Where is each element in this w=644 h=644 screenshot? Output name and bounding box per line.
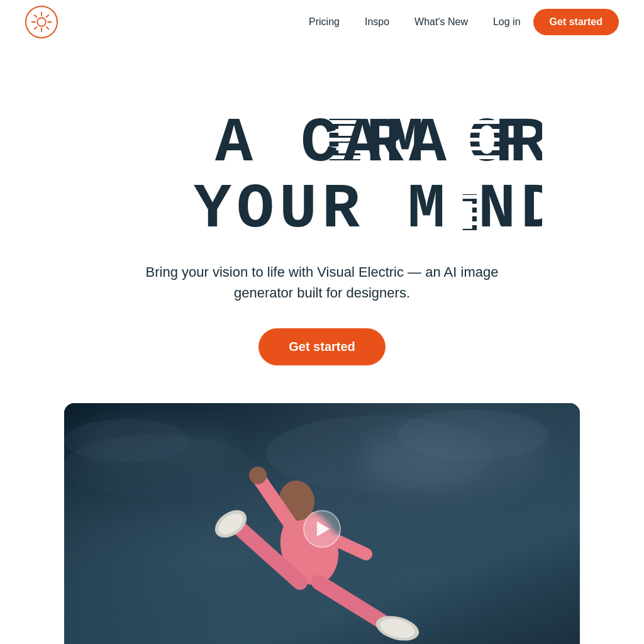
play-icon	[317, 521, 330, 536]
svg-line-7	[47, 15, 49, 18]
nav-inspo[interactable]: Inspo	[365, 16, 389, 28]
svg-line-28	[319, 582, 385, 623]
nav-login[interactable]: Log in	[493, 16, 521, 28]
hero-get-started-button[interactable]: Get started	[258, 328, 386, 365]
hero-section: E O I A CAM RA F	[0, 44, 644, 403]
svg-text:E: E	[102, 105, 140, 176]
title-line1-r: R	[509, 108, 542, 179]
svg-line-5	[35, 15, 37, 18]
svg-rect-15	[468, 97, 509, 164]
svg-point-24	[249, 467, 267, 484]
logo[interactable]	[25, 6, 58, 38]
svg-line-8	[35, 27, 37, 30]
logo-icon	[31, 11, 52, 33]
cloud-3	[77, 409, 234, 472]
nav-links: Pricing Inspo What's New Log in	[309, 16, 521, 28]
svg-rect-14	[325, 97, 364, 164]
svg-text:I: I	[102, 114, 140, 186]
svg-text:O: O	[102, 105, 140, 176]
title-line2-text: YOUR M	[194, 174, 450, 239]
cloud-2	[360, 441, 486, 491]
video-section	[0, 403, 644, 644]
video-background	[64, 403, 580, 644]
hero-title-svg: E O I A CAM RA F	[102, 94, 542, 239]
hero-subtitle: Bring your vision to life with Visual El…	[133, 262, 511, 303]
play-button[interactable]	[303, 510, 341, 548]
hero-title: E O I A CAM RA F	[13, 94, 631, 242]
video-player[interactable]	[64, 403, 580, 644]
title-line2-nd: ND	[478, 174, 542, 239]
nav-get-started-button[interactable]: Get started	[533, 9, 619, 35]
svg-line-6	[47, 27, 49, 30]
svg-point-0	[37, 18, 46, 26]
nav-whats-new[interactable]: What's New	[414, 16, 468, 28]
navbar: Pricing Inspo What's New Log in Get star…	[0, 0, 644, 44]
nav-pricing[interactable]: Pricing	[309, 16, 340, 28]
